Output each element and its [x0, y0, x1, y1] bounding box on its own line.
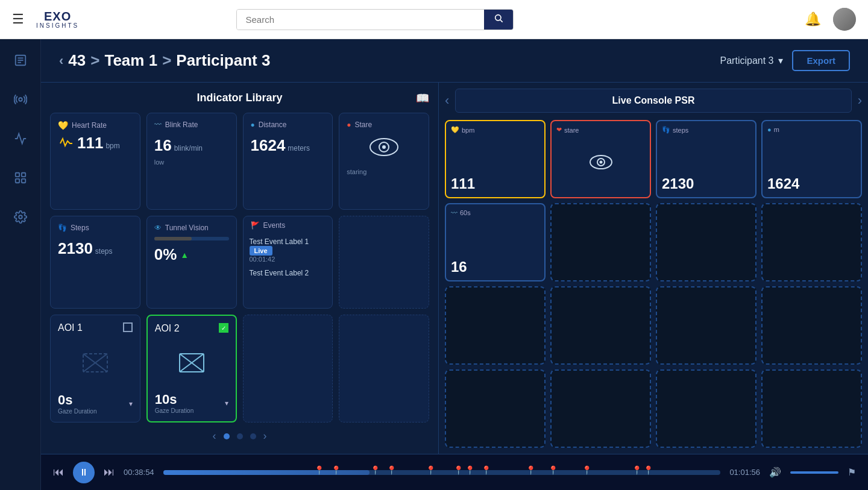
stare-label: Stare: [355, 121, 373, 129]
page-dot-3[interactable]: [250, 433, 256, 439]
live-empty-9: [445, 286, 546, 365]
marker-7: 📍: [465, 465, 475, 475]
distance-card[interactable]: ● Distance 1624 meters: [243, 113, 333, 210]
live-empty-15: [656, 369, 756, 448]
breadcrumb-bar: ‹ 43 > Team 1 > Participant 3 Participan…: [41, 39, 868, 83]
stare-sublabel: staring: [347, 168, 421, 175]
live-stare-card[interactable]: ❤ stare: [550, 120, 651, 198]
live-heart-label: bpm: [462, 127, 474, 134]
events-list: Test Event Label 1 Live 00:01:42 Test Ev…: [244, 234, 333, 280]
live-empty-13: [445, 369, 546, 448]
live-blink-card[interactable]: 〰 60s 16: [445, 203, 546, 281]
steps-card[interactable]: 👣 Steps 2130 steps: [50, 216, 140, 309]
flag-icon[interactable]: ⚑: [848, 466, 856, 478]
svg-point-23: [599, 161, 602, 164]
play-pause-button[interactable]: ⏸: [73, 462, 95, 483]
aoi2-footer: 10s Gaze Duration ▾: [155, 392, 228, 414]
sidebar-item-grid[interactable]: [8, 166, 33, 190]
search-input[interactable]: [237, 10, 484, 30]
live-blink-value: 16: [451, 259, 539, 275]
live-empty-7: [656, 203, 756, 281]
live-distance-header: ● m: [767, 126, 856, 133]
distance-header: ● Distance: [251, 121, 326, 129]
volume-slider[interactable]: [790, 471, 838, 474]
indicator-grid: 💛 Heart Rate 111 bpm: [50, 113, 429, 422]
top-nav: ☰ EXO INSIGHTS 🔔: [0, 0, 868, 39]
breadcrumb-sep2: >: [162, 51, 171, 70]
svg-rect-9: [15, 179, 19, 183]
stare-card[interactable]: ● Stare staring: [339, 113, 429, 210]
page-dot-2[interactable]: [237, 433, 243, 439]
back-arrow[interactable]: ‹: [59, 53, 63, 69]
tunnel-progress-bar: [154, 237, 229, 240]
live-prev-button[interactable]: ‹: [445, 93, 449, 108]
stare-eye-icon: [347, 135, 421, 162]
blink-rate-card[interactable]: 〰 Blink Rate 16 blink/min low: [146, 113, 237, 210]
aoi1-card[interactable]: AOI 1 0s: [50, 315, 140, 422]
aoi1-dropdown[interactable]: ▾: [129, 400, 133, 408]
sidebar-item-settings[interactable]: [8, 205, 33, 229]
tunnel-vision-card[interactable]: 👁 Tunnel Vision 0% ▲: [146, 216, 237, 309]
page-dot-1[interactable]: [224, 433, 230, 439]
breadcrumb-number[interactable]: 43: [68, 51, 86, 70]
hamburger-icon[interactable]: ☰: [12, 11, 24, 27]
aoi2-dropdown[interactable]: ▾: [225, 399, 228, 407]
events-card[interactable]: 🚩 Events Test Event Label 1 Live 00:01:4…: [243, 216, 333, 309]
event-item-2[interactable]: Test Event Label 2: [244, 266, 333, 280]
marker-9: 📍: [526, 465, 536, 475]
live-steps-header: 👣 steps: [662, 126, 750, 134]
live-steps-card[interactable]: 👣 steps 2130: [656, 120, 756, 198]
breadcrumb-participant[interactable]: Participant 3: [176, 51, 270, 70]
heart-rate-value: 111: [77, 134, 103, 152]
aoi1-checkbox[interactable]: [123, 322, 133, 332]
book-icon[interactable]: 📖: [416, 92, 429, 105]
forward-button[interactable]: ⏭: [104, 466, 115, 479]
live-next-button[interactable]: ›: [858, 93, 862, 108]
live-empty-11: [656, 286, 756, 365]
live-stare-eye-icon: [589, 154, 613, 174]
live-distance-card[interactable]: ● m 1624: [761, 120, 862, 198]
event-item-1[interactable]: Test Event Label 1 Live 00:01:42: [244, 234, 333, 266]
sidebar-item-signals[interactable]: [8, 87, 33, 112]
marker-5: 📍: [426, 465, 436, 475]
steps-header: 👣 Steps: [58, 224, 133, 232]
svg-rect-7: [15, 173, 19, 177]
sidebar-item-notes[interactable]: [8, 48, 33, 72]
pagination-next[interactable]: ›: [263, 430, 267, 442]
panel-title: Indicator Library: [197, 92, 282, 104]
indicator-panel: Indicator Library 📖 💛 Heart Rate: [41, 83, 439, 454]
rewind-button[interactable]: ⏮: [53, 466, 64, 479]
live-console-title: Live Console PSR: [455, 89, 851, 113]
progress-track[interactable]: 📍 📍 📍 📍 📍 📍 📍 📍 📍 📍 📍 📍 📍: [163, 470, 721, 475]
aoi2-card[interactable]: AOI 2 ✓ 10s: [146, 315, 237, 422]
blink-rate-label: Blink Rate: [165, 121, 198, 129]
logo: EXO INSIGHTS: [36, 10, 79, 29]
avatar[interactable]: [833, 8, 856, 31]
live-panel: ‹ Live Console PSR › 💛 bpm 111: [439, 83, 868, 454]
marker-12: 📍: [632, 465, 642, 475]
participant-dropdown[interactable]: Participant 3 ▾: [720, 55, 784, 66]
current-time: 00:38:54: [124, 468, 154, 477]
event-1-live-badge: Live: [250, 246, 272, 256]
breadcrumb-team[interactable]: Team 1: [104, 51, 157, 70]
aoi2-checkbox[interactable]: ✓: [219, 323, 228, 333]
live-heart-card[interactable]: 💛 bpm 111: [445, 120, 546, 198]
heart-rate-card[interactable]: 💛 Heart Rate 111 bpm: [50, 113, 140, 210]
marker-3: 📍: [370, 465, 380, 475]
aoi2-label: AOI 2: [155, 323, 180, 334]
heart-rate-label: Heart Rate: [72, 121, 107, 130]
pagination-prev[interactable]: ‹: [213, 430, 216, 442]
sidebar-item-charts[interactable]: [8, 127, 33, 151]
export-button[interactable]: Export: [792, 50, 850, 71]
bell-icon[interactable]: 🔔: [805, 11, 821, 27]
content: ‹ 43 > Team 1 > Participant 3 Participan…: [41, 39, 868, 490]
event-2-label: Test Event Label 2: [250, 269, 327, 277]
event-1-time: 00:01:42: [250, 256, 327, 263]
search-button[interactable]: [484, 10, 513, 30]
marker-8: 📍: [481, 465, 491, 475]
stare-header: ● Stare: [347, 121, 421, 129]
volume-icon[interactable]: 🔊: [769, 466, 781, 478]
live-blink-label: 60s: [460, 209, 471, 216]
live-header: ‹ Live Console PSR ›: [445, 89, 862, 113]
live-empty-8: [761, 203, 862, 281]
